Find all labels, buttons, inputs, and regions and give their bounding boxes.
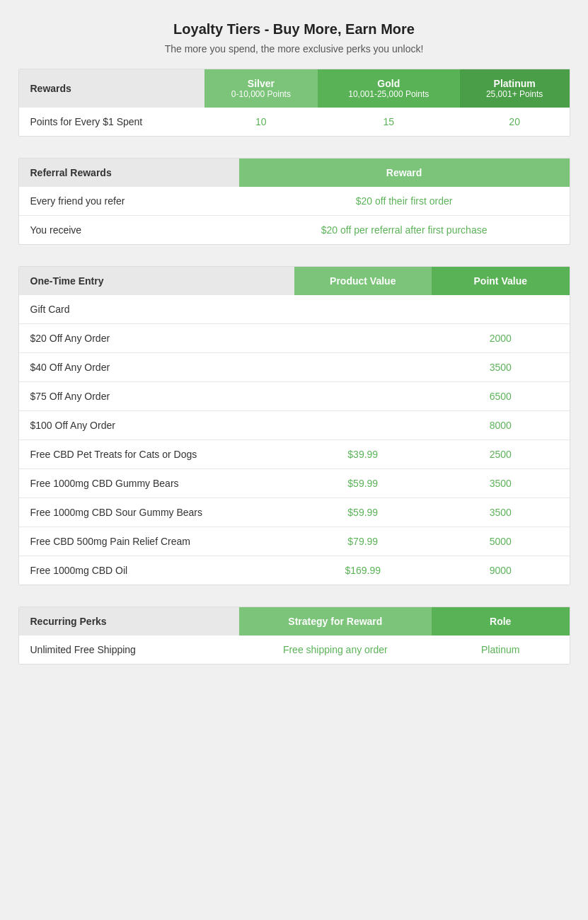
one-time-row-product: $59.99: [294, 498, 432, 527]
recurring-table: Recurring Perks Strategy for Reward Role…: [19, 607, 570, 664]
one-time-row-product: [294, 411, 432, 440]
one-time-row-product: $39.99: [294, 440, 432, 469]
loyalty-row-points-label: Points for Every $1 Spent: [19, 108, 205, 136]
referral-row2-reward: $20 off per referral after first purchas…: [239, 216, 570, 245]
one-time-row: $75 Off Any Order 6500: [19, 382, 570, 411]
recurring-row-label: Unlimited Free Shipping: [19, 636, 239, 664]
recurring-section: Recurring Perks Strategy for Reward Role…: [18, 606, 570, 665]
one-time-row-label: $75 Off Any Order: [19, 382, 294, 411]
loyalty-col-silver: Silver 0-10,000 Points: [204, 69, 318, 108]
one-time-row: Free CBD Pet Treats for Cats or Dogs $39…: [19, 440, 570, 469]
silver-label: Silver: [216, 78, 306, 89]
page-title: Loyalty Tiers - Buy More, Earn More: [18, 21, 570, 38]
referral-table: Referral Rewards Reward Every friend you…: [19, 159, 570, 244]
one-time-col3: Point Value: [432, 267, 570, 295]
one-time-row-points: [432, 295, 570, 324]
one-time-row: Free 1000mg CBD Oil $169.99 9000: [19, 556, 570, 585]
one-time-row-points: 2500: [432, 440, 570, 469]
one-time-row-product: $169.99: [294, 556, 432, 585]
one-time-row: Free 1000mg CBD Gummy Bears $59.99 3500: [19, 469, 570, 498]
one-time-row-product: [294, 324, 432, 353]
one-time-row: $40 Off Any Order 3500: [19, 353, 570, 382]
referral-row1: Every friend you refer $20 off their fir…: [19, 187, 570, 216]
one-time-row-label: Free CBD 500mg Pain Relief Cream: [19, 527, 294, 556]
silver-sub: 0-10,000 Points: [216, 89, 306, 99]
referral-section: Referral Rewards Reward Every friend you…: [18, 158, 570, 245]
one-time-row-points: 2000: [432, 324, 570, 353]
loyalty-col-rewards: Rewards: [19, 69, 205, 108]
one-time-col2: Product Value: [294, 267, 432, 295]
one-time-row-points: 6500: [432, 382, 570, 411]
referral-row2: You receive $20 off per referral after f…: [19, 216, 570, 245]
one-time-row-product: $59.99: [294, 469, 432, 498]
loyalty-row-points-platinum: 20: [460, 108, 570, 136]
platinum-sub: 25,001+ Points: [471, 89, 558, 99]
one-time-row-points: 3500: [432, 469, 570, 498]
one-time-row: Free CBD 500mg Pain Relief Cream $79.99 …: [19, 527, 570, 556]
one-time-row-label: Free 1000mg CBD Oil: [19, 556, 294, 585]
recurring-col2: Strategy for Reward: [239, 607, 432, 636]
one-time-section: One-Time Entry Product Value Point Value…: [18, 266, 570, 585]
one-time-col1: One-Time Entry: [19, 267, 294, 295]
recurring-col3: Role: [432, 607, 570, 636]
one-time-row-product: [294, 295, 432, 324]
one-time-row-label: Gift Card: [19, 295, 294, 324]
loyalty-col-gold: Gold 10,001-25,000 Points: [318, 69, 460, 108]
recurring-col1: Recurring Perks: [19, 607, 239, 636]
one-time-row-label: $100 Off Any Order: [19, 411, 294, 440]
one-time-row-points: 9000: [432, 556, 570, 585]
referral-row1-label: Every friend you refer: [19, 187, 239, 216]
recurring-row-strategy: Free shipping any order: [239, 636, 432, 664]
page-container: Loyalty Tiers - Buy More, Earn More The …: [18, 21, 570, 665]
one-time-row: $100 Off Any Order 8000: [19, 411, 570, 440]
loyalty-tiers-section: Rewards Silver 0-10,000 Points Gold 10,0…: [18, 69, 570, 137]
one-time-row-label: $40 Off Any Order: [19, 353, 294, 382]
one-time-row-label: $20 Off Any Order: [19, 324, 294, 353]
referral-col1: Referral Rewards: [19, 159, 239, 187]
gold-label: Gold: [329, 78, 449, 89]
referral-row2-label: You receive: [19, 216, 239, 245]
page-subtitle: The more you spend, the more exclusive p…: [18, 43, 570, 54]
recurring-row-role: Platinum: [432, 636, 570, 664]
referral-col2: Reward: [239, 159, 570, 187]
one-time-row: Gift Card: [19, 295, 570, 324]
one-time-row-points: 3500: [432, 498, 570, 527]
one-time-row: Free 1000mg CBD Sour Gummy Bears $59.99 …: [19, 498, 570, 527]
loyalty-row-points-silver: 10: [204, 108, 318, 136]
loyalty-col-platinum: Platinum 25,001+ Points: [460, 69, 570, 108]
one-time-row-points: 5000: [432, 527, 570, 556]
loyalty-row-points: Points for Every $1 Spent 10 15 20: [19, 108, 570, 136]
one-time-row-product: [294, 353, 432, 382]
referral-row1-reward: $20 off their first order: [239, 187, 570, 216]
one-time-row-label: Free 1000mg CBD Sour Gummy Bears: [19, 498, 294, 527]
one-time-row: $20 Off Any Order 2000: [19, 324, 570, 353]
one-time-row-points: 8000: [432, 411, 570, 440]
one-time-row-points: 3500: [432, 353, 570, 382]
platinum-label: Platinum: [471, 78, 558, 89]
one-time-row-label: Free 1000mg CBD Gummy Bears: [19, 469, 294, 498]
loyalty-tiers-table: Rewards Silver 0-10,000 Points Gold 10,0…: [19, 69, 570, 136]
loyalty-row-points-gold: 15: [318, 108, 460, 136]
one-time-table: One-Time Entry Product Value Point Value…: [19, 267, 570, 585]
gold-sub: 10,001-25,000 Points: [329, 89, 449, 99]
recurring-row: Unlimited Free Shipping Free shipping an…: [19, 636, 570, 664]
one-time-row-product: $79.99: [294, 527, 432, 556]
one-time-row-product: [294, 382, 432, 411]
one-time-row-label: Free CBD Pet Treats for Cats or Dogs: [19, 440, 294, 469]
